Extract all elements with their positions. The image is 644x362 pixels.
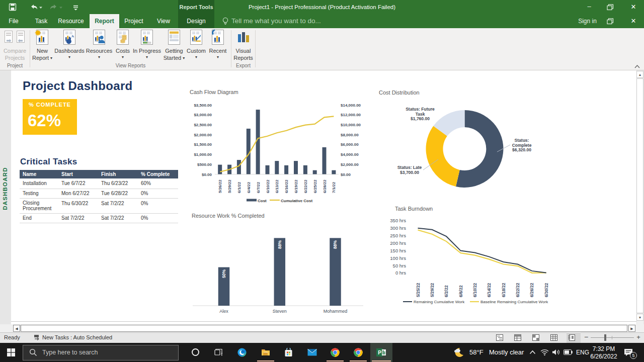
svg-text:6/26/22: 6/26/22 [529,283,534,297]
svg-text:Cumulative Cost: Cumulative Cost [281,199,312,203]
svg-text:6/14/22: 6/14/22 [487,283,492,297]
svg-text:350 hrs: 350 hrs [390,218,406,223]
svg-text:Task: Task [416,112,425,117]
svg-text:$3,500.00: $3,500.00 [194,103,212,108]
svg-text:$500.00: $500.00 [197,162,212,167]
svg-text:6/25/22: 6/25/22 [313,179,317,193]
svg-text:Remaining Cumulative Work: Remaining Cumulative Work [414,300,465,304]
svg-text:5/26/22: 5/26/22 [218,179,222,193]
svg-text:$1,500.00: $1,500.00 [194,142,212,147]
svg-text:150 hrs: 150 hrs [390,248,406,253]
svg-text:$4,000.00: $4,000.00 [341,152,359,157]
svg-text:6/7/22: 6/7/22 [256,182,261,193]
svg-text:5/29/22: 5/29/22 [227,179,232,193]
svg-text:6/13/22: 6/13/22 [275,179,279,193]
svg-text:Status: Future: Status: Future [406,107,435,112]
svg-text:$3,700.00: $3,700.00 [400,170,419,175]
svg-text:$10,000.00: $10,000.00 [341,123,361,127]
svg-text:6/10/22: 6/10/22 [266,179,270,193]
svg-text:$6,320.00: $6,320.00 [512,147,531,152]
svg-text:5/29/22: 5/29/22 [430,283,435,297]
svg-text:200 hrs: 200 hrs [390,240,406,246]
svg-text:6/28/22: 6/28/22 [323,179,327,193]
svg-text:Steven: Steven [273,309,287,314]
svg-text:6/22/22: 6/22/22 [303,179,308,193]
svg-text:$1,760.00: $1,760.00 [411,116,430,121]
svg-text:5/25/22: 5/25/22 [416,283,421,297]
svg-text:7/1/22: 7/1/22 [332,182,336,193]
svg-text:$0.00: $0.00 [341,172,351,177]
svg-text:6/22/22: 6/22/22 [515,283,520,297]
svg-text:50%: 50% [221,269,226,278]
svg-text:$0.00: $0.00 [202,172,212,177]
svg-text:6/19/22: 6/19/22 [294,179,298,193]
svg-text:Baseline Remaining Cumulative: Baseline Remaining Cumulative Work [480,300,548,304]
svg-text:6/10/22: 6/10/22 [472,283,477,297]
svg-text:$14,000.00: $14,000.00 [341,103,361,108]
svg-text:Status:: Status: [515,138,529,143]
svg-text:Cost: Cost [258,199,267,203]
svg-text:$2,000.00: $2,000.00 [194,133,212,137]
svg-text:Resource Work % Completed: Resource Work % Completed [192,213,265,219]
svg-text:Status: Late: Status: Late [397,165,422,170]
svg-text:Complete: Complete [512,143,532,148]
svg-text:0 hrs: 0 hrs [395,270,406,276]
svg-text:Task Burndown: Task Burndown [395,206,433,212]
svg-text:50 hrs: 50 hrs [393,263,407,268]
svg-text:6/16/22: 6/16/22 [284,179,289,193]
svg-text:$3,000.00: $3,000.00 [194,113,212,117]
svg-text:6/6/22: 6/6/22 [458,285,463,297]
svg-text:Alex: Alex [219,309,228,314]
svg-text:300 hrs: 300 hrs [390,225,406,231]
svg-text:6/30/22: 6/30/22 [544,283,549,297]
svg-text:$6,000.00: $6,000.00 [341,142,359,147]
svg-text:$1,000.00: $1,000.00 [194,152,212,157]
svg-text:6/4/22: 6/4/22 [247,182,251,193]
svg-text:100 hrs: 100 hrs [390,255,406,261]
svg-text:250 hrs: 250 hrs [390,233,406,238]
svg-text:6/18/22: 6/18/22 [501,283,506,297]
svg-text:$8,000.00: $8,000.00 [341,133,359,137]
svg-text:Cash Flow Diagram: Cash Flow Diagram [190,89,238,95]
svg-text:6/2/22: 6/2/22 [444,285,449,297]
svg-text:$2,000.00: $2,000.00 [341,162,359,167]
svg-text:88%: 88% [333,240,338,248]
svg-text:6/1/22: 6/1/22 [237,182,242,193]
svg-text:$12,000.00: $12,000.00 [341,113,361,117]
svg-text:88%: 88% [277,240,282,248]
svg-text:$2,500.00: $2,500.00 [194,123,212,127]
svg-text:Mohammed: Mohammed [324,309,348,314]
svg-text:Cost Distribution: Cost Distribution [379,89,420,96]
